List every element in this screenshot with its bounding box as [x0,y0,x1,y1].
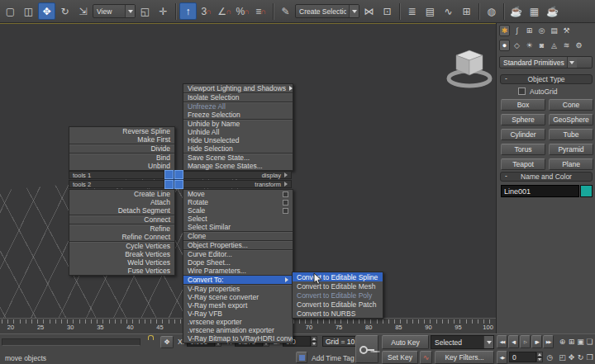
menu-item-attach[interactable]: Attach [69,198,174,206]
menu-item-create-line[interactable]: Create Line [69,190,174,198]
key-mode-toggle[interactable]: ◀▶ [497,351,507,364]
zoom-extents-button[interactable]: ▣ [576,335,585,348]
pyramid-button[interactable]: Pyramid [549,144,593,155]
menu-item-detach-segment[interactable]: Detach Segment [69,206,174,215]
menu-item-divide[interactable]: Divide [69,144,174,153]
play-button[interactable]: ▷ [520,335,531,348]
menu-item-convert-to-nurbs[interactable]: Convert to NURBS [293,309,383,318]
select-scale-icon[interactable]: ⇲ [74,2,92,20]
mirror-icon[interactable]: ⋈ [360,2,378,20]
named-selection-set-dropdown[interactable]: Create Selection Se [295,4,359,18]
menu-item-save-scene-state[interactable]: Save Scene State... [183,154,293,162]
auto-key-button[interactable]: Auto Key [382,335,429,349]
menu-item-bind[interactable]: Bind [69,154,174,162]
menu-item-unhide-by-name[interactable]: Unhide by Name [183,120,293,128]
menu-item-make-first[interactable]: Make First [69,135,174,144]
material-editor-icon[interactable]: ◍ [483,2,500,20]
category-systems[interactable]: ⚙ [574,40,584,51]
menu-item-wire-parameters[interactable]: Wire Parameters... [183,267,293,275]
align-icon[interactable]: ⊡ [378,2,396,20]
menu-item-refine[interactable]: Refine [69,225,174,233]
select-move-icon[interactable]: ✥ [38,2,55,20]
name-and-color-rollout[interactable]: - Name and Color [500,172,593,182]
tab-display[interactable]: ▤ [549,25,559,36]
object-color-swatch[interactable] [580,185,593,197]
set-key-button[interactable]: Set Key [382,351,418,364]
menu-item-convert-to-editable-poly[interactable]: Convert to Editable Poly [293,291,383,300]
menu-item-break-vertices[interactable]: Break Vertices [69,250,174,258]
quad-label-display[interactable]: display [183,171,292,179]
plane-button[interactable]: Plane [549,158,593,170]
snap-3d-icon[interactable]: 3∩ [198,2,215,20]
menu-item-v-ray-vfb[interactable]: V-Ray VFB [183,310,293,318]
menu-item-cycle-vertices[interactable]: Cycle Vertices [69,242,174,250]
menu-item-unbind[interactable]: Unbind [69,162,174,170]
menu-item-freeze-selection[interactable]: Freeze Selection [183,111,293,119]
mini-listener[interactable] [2,338,140,346]
subcategory-dropdown[interactable]: Standard Primitives [499,56,593,69]
menu-item-dope-sheet[interactable]: Dope Sheet... [183,258,293,267]
menu-item-v-ray-properties[interactable]: V-Ray properties [183,285,293,293]
select-rotate-icon[interactable]: ↻ [56,2,74,20]
key-filters-button[interactable]: Key Filters... [435,351,494,364]
render-setup-icon[interactable]: ☕ [507,2,525,20]
percent-snap-icon[interactable]: %∩ [234,2,251,20]
teapot-button[interactable]: Teapot [501,158,545,170]
category-lights[interactable]: ☀ [524,40,535,51]
settings-box-icon[interactable] [283,200,288,206]
time-tag-icon[interactable] [296,352,307,363]
zoom-extents-all-button[interactable]: ❏ [585,335,594,348]
menu-item-v-ray-scene-converter[interactable]: V-Ray scene converter [183,293,293,301]
go-to-end-button[interactable]: ▶▶ [543,335,554,348]
menu-item-isolate-selection[interactable]: Isolate Selection [183,93,293,102]
category-helpers[interactable]: ◬ [549,40,559,51]
menu-item-unhide-all[interactable]: Unhide All [183,128,293,136]
quad-center-handle[interactable] [164,170,183,189]
select-region-icon[interactable]: ▢ [2,2,19,20]
menu-item-connect[interactable]: Connect [69,215,174,224]
use-pivot-center-icon[interactable]: ◱ [136,2,154,20]
menu-item-move[interactable]: Move [183,190,293,198]
absolute-mode-button[interactable]: ✥ [160,336,174,348]
menu-item-vrscene-exporter[interactable]: .vrscene exporter [183,318,293,326]
menu-item-fuse-vertices[interactable]: Fuse Vertices [69,267,174,275]
scene-explorer-icon[interactable]: ▤ [421,2,439,20]
tab-modify[interactable]: ∫ [512,25,522,36]
object-type-rollout[interactable]: - Object Type [500,74,593,84]
box-button[interactable]: Box [501,99,545,111]
layer-manager-icon[interactable]: ≣ [403,2,421,20]
menu-item-reverse-spline[interactable]: Reverse Spline [69,127,174,135]
selection-set-dropdown[interactable]: Selected [431,335,494,349]
menu-item-select[interactable]: Select [183,215,293,223]
rendered-frame-icon[interactable]: ▦ [526,2,543,20]
menu-item-hide-selection[interactable]: Hide Selection [183,144,293,153]
zoom-button[interactable]: ⊕ [558,335,567,348]
menu-item-weld-vertices[interactable]: Weld Vertices [69,258,174,267]
menu-item-vrscene-animation-exporter[interactable]: .vrscene animation exporter [183,326,293,334]
settings-box-icon[interactable] [283,208,288,214]
tab-utilities[interactable]: ⚒ [561,25,572,36]
menu-item-v-ray-bitmap-to-vrayhdri-converter[interactable]: V-Ray Bitmap to VRayHDRI converter [183,334,293,343]
set-keys-button[interactable] [355,335,378,363]
menu-item-unfreeze-all[interactable]: Unfreeze All [183,102,293,111]
default-tangent-button[interactable]: ∿ [420,351,432,364]
add-time-tag[interactable]: Add Time Tag [312,354,355,362]
zoom-region-button[interactable]: ◰ [558,351,567,364]
frame-spinner[interactable] [536,352,543,362]
menu-item-scale[interactable]: Scale [183,206,293,215]
render-production-icon[interactable]: ☕ [544,2,561,20]
menu-item-curve-editor[interactable]: Curve Editor... [183,250,293,258]
window-crossing-icon[interactable]: ◫ [20,2,37,20]
angle-snap-icon[interactable]: ∠∩ [216,2,233,20]
pan-button[interactable]: ✥ [567,351,576,364]
tube-button[interactable]: Tube [549,129,593,140]
geosphere-button[interactable]: GeoSphere [549,114,593,125]
current-frame-field[interactable]: 0 [509,352,536,362]
menu-item-convert-to-editable-patch[interactable]: Convert to Editable Patch [293,300,383,309]
spinner-snap-icon[interactable]: ≡∩ [252,2,269,20]
category-cameras[interactable]: ◙ [536,40,547,51]
snaps-toggle-icon[interactable]: ↑ [179,2,197,20]
curve-editor-icon[interactable]: ∿ [440,2,457,20]
category-spacewarps[interactable]: ≋ [561,40,572,51]
select-manipulate-icon[interactable]: ✛ [155,2,172,20]
